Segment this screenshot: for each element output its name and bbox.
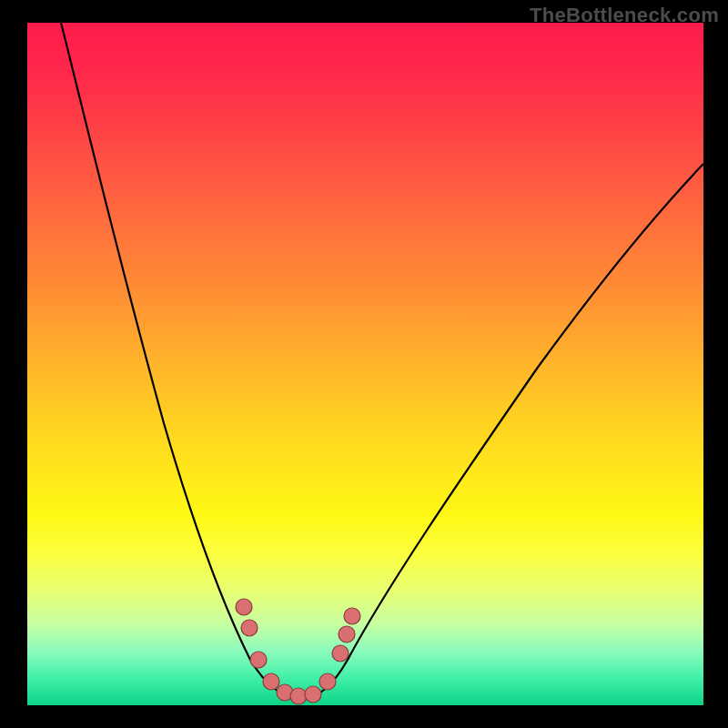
marker-dot xyxy=(305,686,321,703)
marker-dot xyxy=(241,620,258,636)
plot-area xyxy=(27,23,703,705)
watermark-text: TheBottleneck.com xyxy=(530,4,719,27)
marker-dot xyxy=(339,626,355,642)
bottleneck-curve-svg xyxy=(27,23,703,705)
bottleneck-curve xyxy=(61,23,703,698)
marker-dot xyxy=(344,608,360,624)
marker-dot xyxy=(332,645,349,662)
marker-dot xyxy=(290,688,307,704)
chart-frame: TheBottleneck.com xyxy=(0,0,728,728)
marker-dot xyxy=(263,673,279,690)
marker-group xyxy=(236,599,360,704)
marker-dot xyxy=(319,673,336,690)
marker-dot xyxy=(236,599,252,615)
marker-dot xyxy=(250,652,267,668)
